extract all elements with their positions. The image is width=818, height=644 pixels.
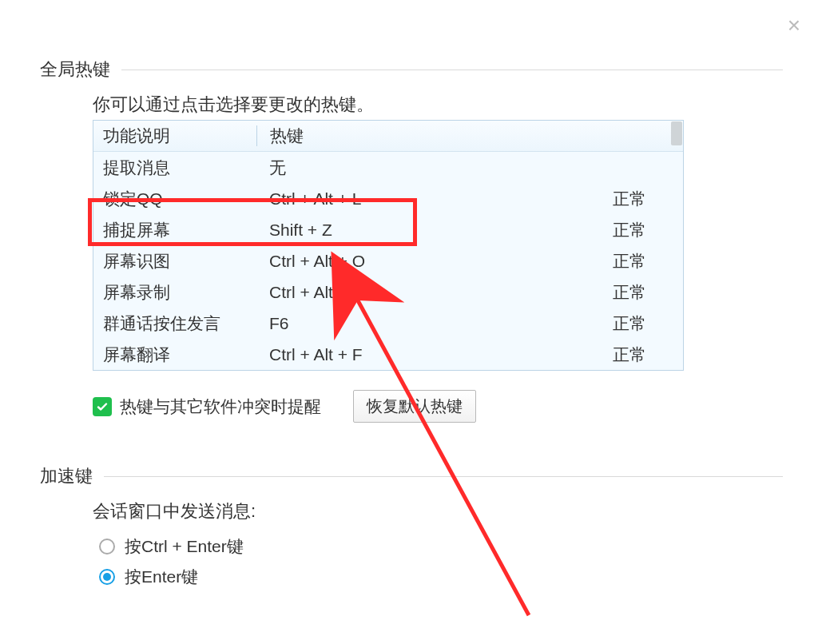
table-row[interactable]: 锁定QQ Ctrl + Alt + L 正常 bbox=[93, 183, 683, 214]
radio-label: 按Ctrl + Enter键 bbox=[125, 535, 244, 558]
cell-status: 正常 bbox=[512, 188, 683, 210]
cell-status: 正常 bbox=[512, 219, 683, 241]
hotkey-hint: 你可以通过点击选择要更改的热键。 bbox=[93, 93, 783, 117]
cell-hotkey: Ctrl + Alt + F bbox=[256, 345, 512, 364]
radio-icon bbox=[99, 539, 115, 555]
table-row[interactable]: 提取消息 无 bbox=[93, 152, 683, 183]
radio-icon bbox=[99, 569, 115, 585]
settings-panel: 全局热键 你可以通过点击选择要更改的热键。 功能说明 热键 提取消息 无 锁定Q… bbox=[40, 58, 783, 592]
section-global-hotkeys-header: 全局热键 bbox=[40, 58, 783, 81]
section-title: 全局热键 bbox=[40, 58, 110, 81]
scrollbar-thumb[interactable] bbox=[671, 121, 682, 145]
cell-hotkey: Ctrl + Alt + S bbox=[256, 283, 512, 302]
cell-status: 正常 bbox=[512, 281, 683, 304]
section-title: 加速键 bbox=[40, 464, 93, 488]
cell-function: 群通话按住发言 bbox=[93, 312, 256, 335]
table-row[interactable]: 屏幕识图 Ctrl + Alt + O 正常 bbox=[93, 245, 683, 276]
cell-function: 屏幕翻译 bbox=[93, 344, 256, 366]
cell-status: 正常 bbox=[512, 312, 683, 335]
cell-hotkey: F6 bbox=[256, 314, 512, 333]
radio-ctrl-enter[interactable]: 按Ctrl + Enter键 bbox=[99, 531, 783, 562]
section-divider bbox=[121, 70, 783, 70]
cell-function: 屏幕录制 bbox=[93, 281, 256, 304]
cell-function: 提取消息 bbox=[93, 157, 256, 179]
cell-status: 正常 bbox=[512, 250, 683, 272]
cell-function: 屏幕识图 bbox=[93, 250, 256, 272]
col-header-hotkey: 热键 bbox=[257, 125, 513, 147]
radio-enter[interactable]: 按Enter键 bbox=[99, 562, 783, 592]
checkbox-label: 热键与其它软件冲突时提醒 bbox=[120, 396, 321, 418]
cell-hotkey: Shift + Z bbox=[256, 221, 512, 240]
send-message-label: 会话窗口中发送消息: bbox=[93, 499, 783, 523]
hotkey-table: 功能说明 热键 提取消息 无 锁定QQ Ctrl + Alt + L 正常 捕捉… bbox=[93, 120, 684, 371]
cell-hotkey: 无 bbox=[256, 157, 512, 179]
radio-label: 按Enter键 bbox=[125, 566, 198, 588]
hotkey-bottom-controls: 热键与其它软件冲突时提醒 恢复默认热键 bbox=[93, 390, 783, 423]
cell-status: 正常 bbox=[512, 344, 683, 366]
close-icon[interactable]: × bbox=[788, 14, 800, 37]
cell-hotkey: Ctrl + Alt + L bbox=[256, 189, 512, 209]
table-row[interactable]: 群通话按住发言 F6 正常 bbox=[93, 308, 683, 339]
table-row[interactable]: 屏幕录制 Ctrl + Alt + S 正常 bbox=[93, 276, 683, 308]
cell-function: 捕捉屏幕 bbox=[93, 219, 256, 241]
table-row[interactable]: 屏幕翻译 Ctrl + Alt + F 正常 bbox=[93, 339, 683, 370]
section-divider bbox=[104, 476, 783, 477]
table-row[interactable]: 捕捉屏幕 Shift + Z 正常 bbox=[93, 214, 683, 245]
restore-defaults-button[interactable]: 恢复默认热键 bbox=[353, 390, 476, 423]
section-accel-header: 加速键 bbox=[40, 464, 783, 488]
table-header: 功能说明 热键 bbox=[93, 121, 683, 152]
conflict-warn-checkbox[interactable]: 热键与其它软件冲突时提醒 bbox=[93, 396, 321, 418]
col-header-function: 功能说明 bbox=[93, 125, 256, 147]
checkmark-icon bbox=[93, 397, 112, 416]
cell-function: 锁定QQ bbox=[93, 188, 256, 210]
cell-hotkey: Ctrl + Alt + O bbox=[256, 252, 512, 271]
